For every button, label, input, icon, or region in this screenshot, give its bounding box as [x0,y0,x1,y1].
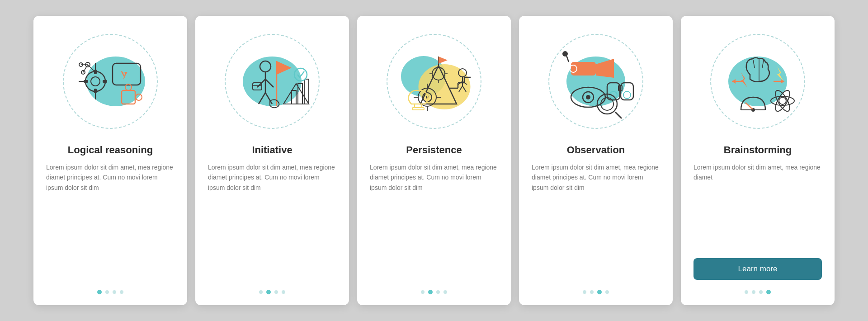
svg-point-75 [623,91,631,99]
dot-1 [259,290,263,294]
card-brainstorming: Brainstorming Lorem ipsum dolor sit dim … [681,16,835,305]
svg-line-93 [745,103,753,110]
brainstorming-icon [710,34,805,129]
svg-rect-31 [292,90,296,104]
svg-line-80 [753,60,755,68]
card-persistence: Persistence Lorem ipsum dolor sit dim am… [357,16,511,305]
dot-2 [105,290,109,294]
svg-line-25 [265,93,272,104]
dot-1 [97,290,102,294]
dot-3 [597,290,602,294]
svg-marker-89 [732,79,736,84]
persistence-icon [387,34,481,129]
svg-point-13 [136,94,142,100]
svg-point-43 [458,69,467,77]
dot-3 [759,290,763,294]
svg-marker-64 [596,59,614,78]
dot-3 [436,290,440,294]
svg-rect-5 [103,80,107,83]
dots-row [745,290,771,294]
dot-2 [266,290,271,294]
dot-3 [274,290,278,294]
dot-4 [605,290,609,294]
svg-point-34 [294,68,307,81]
dot-2 [428,290,433,294]
svg-marker-35 [420,66,457,104]
svg-line-66 [566,56,569,62]
dot-4 [443,290,447,294]
card-title: Initiative [252,144,292,156]
svg-marker-83 [777,66,783,81]
logical-reasoning-icon [63,34,158,129]
illustration-initiative [220,29,324,133]
svg-point-1 [91,77,100,86]
svg-point-77 [601,98,613,110]
dots-row [421,290,447,294]
svg-line-24 [259,93,265,104]
svg-point-20 [260,61,271,72]
dot-1 [745,290,748,294]
svg-rect-11 [122,90,135,104]
svg-line-81 [762,60,764,68]
dot-4 [766,290,771,294]
svg-marker-37 [439,57,448,64]
card-text: Lorem ipsum dolor sit dim amet, mea regi… [370,162,498,280]
illustration-logical-reasoning [58,29,162,133]
svg-line-48 [462,86,466,92]
svg-rect-62 [412,108,424,110]
svg-rect-63 [571,62,596,76]
illustration-observation [544,29,648,133]
dot-1 [421,290,425,294]
card-title: Persistence [406,144,462,156]
svg-rect-9 [113,63,141,85]
svg-marker-10 [121,71,127,80]
svg-point-67 [562,51,568,57]
cards-container: Logical reasoning Lorem ipsum dolor sit … [15,2,853,319]
card-text: Lorem ipsum dolor sit dim amet, mea regi… [208,162,336,280]
observation-icon [548,34,643,129]
card-text: Lorem ipsum dolor sit dim amet, mea regi… [532,162,660,280]
card-title: Observation [567,144,625,156]
dot-2 [590,290,594,294]
illustration-brainstorming [706,29,810,133]
dot-2 [752,290,755,294]
dot-4 [282,290,285,294]
svg-line-78 [615,112,622,118]
card-observation: Observation Lorem ipsum dolor sit dim am… [519,16,673,305]
svg-marker-28 [277,61,292,75]
initiative-icon [225,34,320,129]
card-title: Brainstorming [724,144,792,156]
svg-rect-32 [298,84,302,104]
dot-1 [583,290,586,294]
card-initiative: Initiative Lorem ipsum dolor sit dim ame… [195,16,349,305]
card-logical-reasoning: Logical reasoning Lorem ipsum dolor sit … [33,16,187,305]
svg-point-84 [779,97,786,104]
dot-4 [120,290,123,294]
card-title: Logical reasoning [68,144,153,156]
svg-line-23 [265,79,274,87]
svg-line-47 [459,86,462,92]
svg-line-19 [88,65,95,72]
dots-row [259,290,285,294]
svg-point-70 [586,95,590,99]
dot-3 [113,290,116,294]
illustration-persistence [382,29,486,133]
dots-row [97,290,123,294]
learn-more-button[interactable]: Learn more [693,258,822,280]
dots-row [583,290,609,294]
svg-point-0 [85,71,105,91]
svg-marker-82 [741,72,747,87]
card-text: Lorem ipsum dolor sit dim amet, mea regi… [693,162,822,250]
card-text: Lorem ipsum dolor sit dim amet, mea regi… [46,162,175,280]
